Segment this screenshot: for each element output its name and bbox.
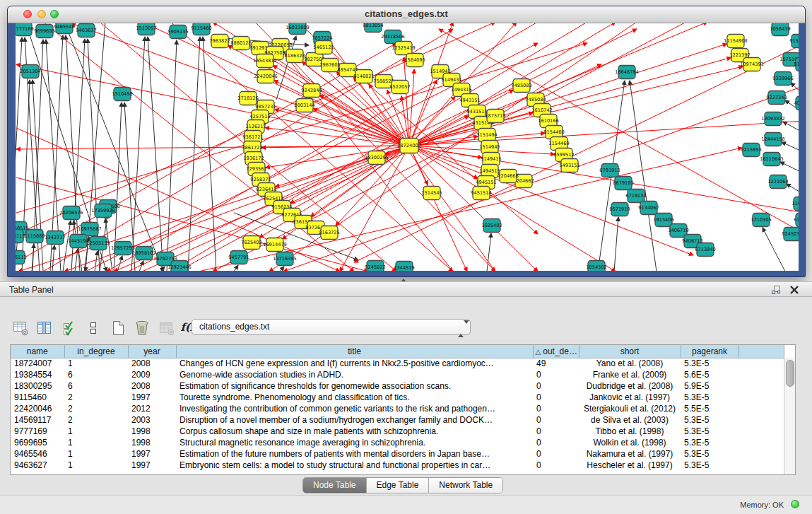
tab-network-table[interactable]: Network Table bbox=[428, 478, 502, 493]
new-column-icon[interactable] bbox=[107, 317, 129, 338]
table-cell[interactable]: 5.3E-5 bbox=[681, 437, 739, 448]
table-cell[interactable]: 14569117 bbox=[11, 414, 64, 426]
table-cell[interactable]: Corpus callosum shape and size in male p… bbox=[176, 426, 533, 437]
table-cell[interactable]: 1997 bbox=[128, 392, 176, 403]
table-cell[interactable]: 1997 bbox=[128, 448, 176, 460]
table-cell[interactable]: 6 bbox=[64, 380, 128, 392]
table-cell[interactable]: Dudbridge et al. (2008) bbox=[579, 380, 681, 392]
table-row[interactable]: 2242004622012Investigating the contribut… bbox=[11, 403, 784, 414]
table-cell[interactable]: 0 bbox=[533, 437, 579, 448]
table-cell[interactable] bbox=[739, 403, 784, 414]
table-cell[interactable]: 9777169 bbox=[11, 426, 64, 437]
table-cell[interactable]: 9463627 bbox=[11, 460, 64, 471]
table-cell[interactable]: 1997 bbox=[128, 460, 176, 471]
close-panel-icon[interactable] bbox=[789, 285, 799, 295]
table-scrollbar[interactable] bbox=[784, 358, 795, 474]
table-cell[interactable]: 0 bbox=[533, 460, 579, 471]
table-cell[interactable]: 5.3E-5 bbox=[681, 392, 739, 403]
window-titlebar[interactable]: citations_edges.txt bbox=[8, 6, 805, 23]
table-cell[interactable] bbox=[739, 437, 784, 448]
table-row[interactable]: 946554611997Estimation of the future num… bbox=[11, 448, 784, 460]
table-cell[interactable]: 2 bbox=[64, 392, 128, 403]
column-header[interactable]: pagerank bbox=[681, 345, 739, 358]
table-cell[interactable] bbox=[739, 448, 784, 460]
table-cell[interactable]: 0 bbox=[533, 369, 579, 380]
table-cell[interactable]: 1998 bbox=[128, 437, 176, 448]
table-cell[interactable]: 5.3E-5 bbox=[681, 426, 739, 437]
table-cell[interactable]: 5.6E-5 bbox=[681, 369, 739, 380]
table-cell[interactable]: 2008 bbox=[128, 358, 176, 369]
column-header[interactable] bbox=[739, 345, 784, 358]
table-cell[interactable] bbox=[739, 369, 784, 380]
table-cell[interactable] bbox=[739, 426, 784, 437]
table-cell[interactable]: 0 bbox=[533, 426, 579, 437]
table-cell[interactable]: 5.3E-5 bbox=[681, 358, 739, 369]
table-cell[interactable]: Stergiakouli et al. (2012) bbox=[579, 403, 681, 414]
table-cell[interactable]: Structural magnetic resonance image aver… bbox=[176, 437, 533, 448]
table-cell[interactable]: Franke et al. (2009) bbox=[579, 369, 681, 380]
table-cell[interactable]: 0 bbox=[533, 414, 579, 426]
table-cell[interactable]: Estimation of significance thresholds fo… bbox=[176, 380, 533, 392]
table-cell[interactable]: 9115460 bbox=[11, 392, 64, 403]
table-cell[interactable]: 18300295 bbox=[11, 380, 64, 392]
table-cell[interactable]: 5.5E-5 bbox=[681, 403, 739, 414]
table-scrollbar-thumb[interactable] bbox=[786, 360, 794, 387]
table-row[interactable]: 1872400712008Changes of HCN gene express… bbox=[11, 358, 784, 369]
table-cell[interactable]: 1998 bbox=[128, 426, 176, 437]
table-cell[interactable]: Changes of HCN gene expression and I(f) … bbox=[176, 358, 533, 369]
table-cell[interactable]: 2 bbox=[64, 403, 128, 414]
table-row[interactable]: 1456911722003Disruption of a novel membe… bbox=[11, 414, 784, 426]
select-all-icon[interactable] bbox=[59, 317, 80, 338]
table-selector-dropdown[interactable]: citations_edges.txt bbox=[192, 319, 471, 335]
table-mode-icon[interactable] bbox=[10, 317, 31, 338]
table-cell[interactable]: Estimation of the future numbers of pati… bbox=[176, 448, 533, 460]
table-cell[interactable]: Hescheler et al. (1997) bbox=[579, 460, 681, 471]
table-cell[interactable]: 1 bbox=[64, 358, 128, 369]
table-cell[interactable]: 2 bbox=[64, 414, 128, 426]
column-header[interactable]: short bbox=[579, 345, 681, 358]
table-cell[interactable] bbox=[739, 414, 784, 426]
table-cell[interactable]: Yano et al. (2008) bbox=[579, 358, 681, 369]
table-row[interactable]: 969969511998Structural magnetic resonanc… bbox=[11, 437, 784, 448]
table-cell[interactable]: 1 bbox=[64, 460, 128, 471]
table-cell[interactable]: Genome-wide association studies in ADHD. bbox=[176, 369, 533, 380]
table-cell[interactable] bbox=[739, 460, 784, 471]
table-cell[interactable]: 1 bbox=[64, 448, 128, 460]
column-header[interactable]: name bbox=[11, 345, 64, 358]
tab-edge-table[interactable]: Edge Table bbox=[366, 478, 429, 493]
table-cell[interactable]: Nakamura et al. (1997) bbox=[579, 448, 681, 460]
table-cell[interactable]: 2009 bbox=[128, 369, 176, 380]
table-cell[interactable]: 9465546 bbox=[11, 448, 64, 460]
tab-node-table[interactable]: Node Table bbox=[303, 478, 366, 493]
table-cell[interactable]: 5.3E-5 bbox=[681, 460, 739, 471]
table-cell[interactable]: Disruption of a novel member of a sodium… bbox=[176, 414, 533, 426]
table-row[interactable]: 946362711997Embryonic stem cells: a mode… bbox=[11, 460, 784, 471]
table-cell[interactable]: 22420046 bbox=[11, 403, 64, 414]
column-header[interactable]: in_degree bbox=[64, 345, 128, 358]
table-cell[interactable]: 0 bbox=[533, 392, 579, 403]
table-cell[interactable]: Embryonic stem cells: a model to study s… bbox=[176, 460, 533, 471]
table-cell[interactable]: 9699695 bbox=[11, 437, 64, 448]
table-cell[interactable]: Jankovic et al. (1997) bbox=[579, 392, 681, 403]
column-header[interactable]: year bbox=[128, 345, 176, 358]
table-cell[interactable]: 5.9E-5 bbox=[681, 380, 739, 392]
table-cell[interactable] bbox=[739, 392, 784, 403]
network-canvas[interactable]: 9777169969969594655469463627151305759051… bbox=[16, 23, 799, 271]
table-cell[interactable] bbox=[739, 380, 784, 392]
table-row[interactable]: 977716911998Corpus callosum shape and si… bbox=[11, 426, 784, 437]
table-cell[interactable]: 49 bbox=[533, 358, 579, 369]
table-cell[interactable]: 6 bbox=[64, 369, 128, 380]
table-cell[interactable]: 0 bbox=[533, 448, 579, 460]
show-columns-icon[interactable] bbox=[34, 317, 55, 338]
table-cell[interactable]: 1 bbox=[64, 426, 128, 437]
row-icon[interactable] bbox=[83, 317, 104, 338]
table-cell[interactable]: de Silva et al. (2003) bbox=[579, 414, 681, 426]
column-header[interactable]: title bbox=[176, 345, 533, 358]
delete-column-icon[interactable] bbox=[131, 317, 153, 338]
table-cell[interactable]: 2012 bbox=[128, 403, 176, 414]
column-header[interactable]: △out_de… bbox=[533, 345, 579, 358]
table-cell[interactable]: 2008 bbox=[128, 380, 176, 392]
table-cell[interactable]: 5.3E-5 bbox=[681, 448, 739, 460]
table-cell[interactable]: Wolkin et al. (1998) bbox=[579, 437, 681, 448]
table-cell[interactable]: 2003 bbox=[128, 414, 176, 426]
